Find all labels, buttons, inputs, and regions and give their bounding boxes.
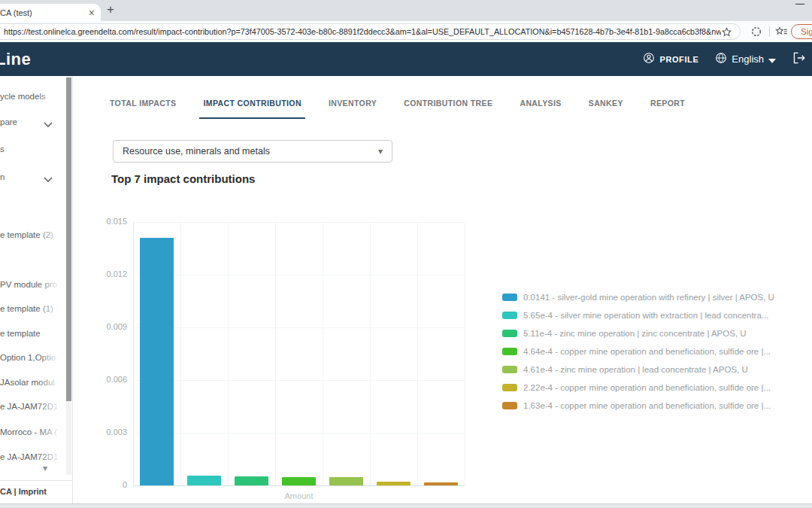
sidebar-item[interactable]: e template (1) — [0, 303, 53, 315]
gridline-horizontal — [133, 327, 465, 328]
bar-5[interactable] — [329, 477, 363, 485]
legend-item[interactable]: 1.63e-4 - copper mine operation and bene… — [502, 397, 774, 415]
gridline-vertical — [180, 222, 181, 485]
language-label: English — [732, 53, 764, 65]
bar-1[interactable] — [140, 238, 174, 485]
sidebar-item[interactable]: Option 1,Optio — [0, 351, 56, 364]
sidebar-item[interactable]: pare — [0, 116, 17, 128]
sidebar-item[interactable]: ycle models — [0, 90, 46, 102]
tab-impact-contribution[interactable]: IMPACT CONTRIBUTION — [199, 99, 304, 119]
chart-title: Top 7 impact contributions — [111, 172, 255, 185]
sidebar-item[interactable]: e JA-JAM72D1 — [0, 400, 58, 412]
chevron-down-icon — [44, 174, 53, 186]
y-axis-tick: 0 — [73, 480, 127, 489]
sidebar-scrollbar[interactable] — [66, 78, 71, 401]
sidebar-item[interactable]: n — [0, 171, 5, 183]
legend-item[interactable]: 2.22e-4 - copper mine operation and bene… — [502, 379, 774, 397]
sidebar-item-label: Morroco - MA ( — [0, 427, 57, 437]
legend-item[interactable]: 5.65e-4 - silver mine operation with ext… — [502, 306, 774, 324]
bar-6[interactable] — [377, 482, 411, 485]
sidebar-item[interactable]: PV module pro — [0, 278, 57, 291]
sidebar-item-label: e template (2) — [0, 230, 53, 239]
tab-contribution-tree[interactable]: CONTRIBUTION TREE — [400, 99, 496, 119]
sidebar-item-label: s — [0, 144, 5, 154]
browser-tab[interactable]: CA (test) × — [0, 4, 101, 21]
globe-icon — [715, 52, 727, 67]
gridline-vertical — [465, 222, 465, 485]
legend-swatch — [502, 330, 517, 337]
legend-item[interactable]: 5.11e-4 - zinc mine operation | zinc con… — [502, 324, 774, 342]
new-tab-button[interactable]: + — [107, 2, 114, 17]
sidebar-item-label: e template — [0, 329, 41, 338]
main-panel: TOTAL IMPACTSIMPACT CONTRIBUTIONINVENTOR… — [73, 76, 812, 508]
bar-4[interactable] — [282, 477, 316, 485]
browser-window: CA (test) × + — https://test.onlinelca.g… — [0, 0, 812, 508]
bar-2[interactable] — [187, 476, 221, 485]
impact-category-select[interactable]: Resource use, minerals and metals ▾ — [113, 140, 392, 163]
bookmark-star-icon[interactable] — [721, 26, 732, 38]
minimize-icon[interactable]: — — [795, 0, 804, 9]
sidebar-item-label: JAsolar modul — [0, 378, 55, 387]
imprint-link[interactable]: CA | Imprint — [0, 487, 47, 496]
y-axis-tick: 0.006 — [73, 375, 127, 384]
legend-label: 1.63e-4 - copper mine operation and bene… — [523, 401, 771, 410]
sidebar-item-label: e JA-JAM72D1 — [0, 402, 58, 411]
language-selector[interactable]: English — [715, 52, 776, 67]
legend-item[interactable]: 4.64e-4 - copper mine operation and bene… — [502, 342, 774, 360]
profile-button[interactable]: PROFILE — [643, 52, 698, 67]
legend-item[interactable]: 0.0141 - silver-gold mine operation with… — [502, 288, 774, 306]
browser-tab-title: CA (test) — [0, 8, 84, 17]
sidebar-item-label: e template (1) — [0, 304, 53, 313]
sidebar-item[interactable]: e template — [0, 327, 41, 339]
y-axis-tick: 0.015 — [73, 217, 127, 226]
x-axis-label: Amount — [133, 491, 465, 500]
legend-swatch — [502, 312, 517, 319]
favorites-icon[interactable] — [775, 26, 788, 38]
language-caret-icon — [768, 53, 776, 66]
gridline-horizontal — [133, 380, 465, 381]
sidebar-item-label: Option 1,Optio — [0, 353, 56, 362]
legend-label: 5.11e-4 - zinc mine operation | zinc con… — [523, 329, 747, 338]
bar-chart — [133, 222, 465, 485]
tab-close-icon[interactable]: × — [89, 8, 95, 18]
toolbar-divider — [769, 26, 770, 37]
tab-inventory[interactable]: INVENTORY — [325, 99, 380, 119]
profile-icon — [643, 52, 655, 67]
browser-essentials-icon[interactable] — [750, 26, 762, 38]
browser-address-bar: https://test.onlinelca.greendelta.com/re… — [0, 21, 812, 42]
sign-in-button[interactable]: Sign in — [791, 24, 812, 39]
sidebar-item[interactable]: e template (2) — [0, 229, 53, 241]
x-axis-line — [133, 485, 465, 486]
legend-swatch — [502, 294, 517, 301]
logout-button[interactable] — [792, 52, 806, 67]
gridline-horizontal — [133, 275, 465, 275]
sidebar-item-label: ycle models — [0, 92, 46, 101]
legend-swatch — [502, 384, 517, 391]
logout-icon — [792, 52, 806, 67]
bar-7[interactable] — [424, 482, 458, 485]
sidebar-item[interactable]: Morroco - MA ( — [0, 426, 57, 438]
sidebar-item[interactable]: e JA-JAM72D1 — [0, 451, 58, 463]
y-axis-tick: 0.012 — [73, 269, 127, 278]
bar-3[interactable] — [235, 476, 268, 485]
tab-report[interactable]: REPORT — [647, 99, 689, 119]
dropdown-caret-icon: ▾ — [378, 146, 383, 157]
url-field[interactable]: https://test.onlinelca.greendelta.com/re… — [0, 23, 741, 40]
gridline-vertical — [323, 222, 323, 485]
tab-sankey[interactable]: SANKEY — [585, 99, 627, 119]
y-axis: 00.0030.0060.0090.0120.015 — [73, 76, 127, 497]
sign-in-label: Sign in — [801, 27, 812, 36]
legend-label: 4.61e-4 - zinc mine operation | lead con… — [523, 365, 748, 374]
window-bottom-edge — [0, 503, 812, 508]
sidebar-item-label: pare — [0, 117, 17, 126]
app-logo[interactable]: Line — [0, 50, 31, 69]
sidebar-item[interactable]: JAsolar modul — [0, 376, 55, 388]
tab-analysis[interactable]: ANALYSIS — [516, 99, 565, 119]
gridline-vertical — [370, 222, 371, 485]
sidebar-item[interactable]: s — [0, 143, 5, 155]
result-tabs: TOTAL IMPACTSIMPACT CONTRIBUTIONINVENTOR… — [106, 99, 689, 119]
legend-item[interactable]: 4.61e-4 - zinc mine operation | lead con… — [502, 360, 774, 379]
sidebar-scroll-down-icon[interactable]: ▾ — [43, 463, 47, 473]
legend-label: 2.22e-4 - copper mine operation and bene… — [523, 383, 771, 392]
sidebar-item-label: e JA-JAM72D1 — [0, 452, 58, 461]
